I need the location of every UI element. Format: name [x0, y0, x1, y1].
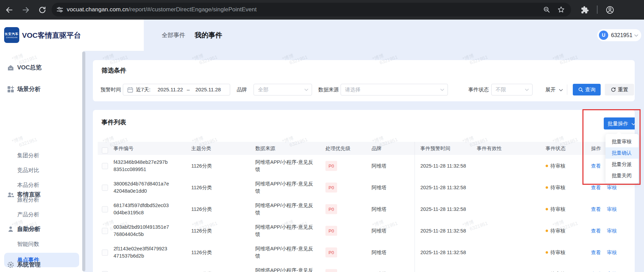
cell-topic: 1126分类	[191, 184, 212, 191]
tab-my-events[interactable]: 我的事件	[195, 20, 222, 51]
status-dot-icon	[546, 165, 548, 167]
table-header: 事件编号 主题分类 数据来源 处理优先级 品牌 事件预警时间 事件有效性 事件状…	[98, 142, 630, 155]
table-row: 2f1143e02ee3f5f479923471537b6d2b 1126分类 …	[98, 241, 630, 263]
row-checkbox[interactable]	[102, 184, 108, 191]
cell-warn-time: 2025-11-28 11:32:58	[420, 184, 466, 191]
status-badge: 待审核	[546, 205, 566, 213]
col-validity: 事件有效性	[477, 142, 502, 155]
review-link[interactable]: 审核	[607, 206, 617, 212]
changan-logo: 长安汽车 CHANGAN	[4, 27, 19, 43]
date-separator: –	[187, 84, 190, 95]
sidebar-item-voc-overview[interactable]: VOC总览	[0, 63, 84, 73]
reset-button[interactable]: 重置	[605, 84, 634, 95]
sidebar-item-own-product-analysis[interactable]: 本品分析	[17, 180, 39, 190]
select-all-checkbox[interactable]	[102, 147, 108, 154]
col-topic: 主题分类	[191, 142, 211, 155]
profile-icon[interactable]	[605, 5, 614, 14]
priority-badge: P0	[325, 204, 337, 214]
col-priority: 处理优先级	[325, 142, 351, 155]
cell-event-id: dca10e5f6898b65b402	[114, 270, 169, 272]
back-icon[interactable]	[5, 5, 14, 14]
browser-toolbar: vocuat.changan.com.cn/report/#/customerD…	[0, 0, 644, 20]
date-start[interactable]: 2025.11.22	[158, 84, 183, 95]
event-status-value: 不限	[496, 84, 506, 95]
chevron-down-icon	[634, 34, 638, 37]
cell-source: 阿维塔APP/小程序-意见反馈	[255, 267, 317, 272]
vertical-scrollbar[interactable]	[82, 52, 85, 271]
brand-label: 品牌	[237, 84, 247, 95]
site-controls-icon[interactable]	[56, 6, 64, 13]
cell-warn-time: 2025-11-28 11:32:58	[420, 227, 466, 234]
priority-badge: P0	[325, 161, 337, 171]
logo-text-en: CHANGAN	[6, 36, 18, 38]
url-text[interactable]: vocuat.changan.com.cn/report/#/customerD…	[67, 3, 257, 16]
filter-title: 筛选条件	[101, 66, 126, 75]
event-list-panel: 事件列表 批量操作 事件编号 主题分类 数据来源 处理优先级 品牌 事件预警时间…	[93, 110, 635, 272]
status-badge: 待审核	[546, 162, 566, 169]
priority-badge: P0	[325, 226, 337, 236]
extensions-icon[interactable]	[581, 6, 590, 15]
cell-source: 阿维塔APP/小程序-意见反馈	[255, 180, 317, 195]
tab-all-events[interactable]: 全部事件	[162, 20, 185, 51]
chevron-down-icon	[440, 89, 444, 91]
sidebar-item-customer-direct[interactable]: 客情直驱	[0, 190, 84, 200]
gear-icon	[7, 261, 15, 269]
brand-select[interactable]: 全部	[254, 84, 312, 95]
table-row: 681743f597dfdbd52ec030d4be3195c8 1126分类 …	[98, 198, 630, 220]
row-checkbox[interactable]	[102, 249, 108, 256]
filter-divider	[567, 84, 567, 95]
date-end[interactable]: 2025.11.28	[195, 84, 221, 95]
view-link[interactable]: 查看	[591, 228, 601, 233]
zoom-out-icon[interactable]	[543, 6, 550, 13]
row-checkbox[interactable]	[102, 206, 108, 212]
view-link[interactable]: 查看	[591, 206, 601, 212]
brand-area: 长安汽车 CHANGAN VOC客情直驱平台	[0, 20, 144, 51]
review-link[interactable]: 审核	[607, 184, 617, 190]
row-checkbox[interactable]	[102, 228, 108, 234]
cell-event-id: f432346b948eb27e297b8351cc089951	[114, 159, 169, 173]
home-icon	[7, 64, 15, 72]
warning-time-label: 预警时间	[100, 84, 121, 95]
cell-event-id: 681743f597dfdbd52ec030d4be3195c8	[114, 202, 169, 216]
sidebar-nav: VOC总览 场景分析 集团分析 竞品对比 本品分析 旅程分析 产品分析 服务分析…	[0, 51, 84, 272]
search-button[interactable]: 查询	[573, 84, 601, 95]
review-link[interactable]: 审核	[607, 249, 617, 255]
sidebar-item-competitor-compare[interactable]: 竞品对比	[17, 166, 39, 175]
reload-icon[interactable]	[38, 5, 47, 14]
col-warn-time: 事件预警时间	[420, 142, 450, 155]
view-link[interactable]: 查看	[591, 184, 601, 190]
sidebar-item-scene-analysis[interactable]: 场景分析	[0, 84, 84, 94]
sidebar-item-self-analysis[interactable]: 自助分析	[0, 224, 84, 234]
status-dot-icon	[546, 208, 548, 210]
forward-icon[interactable]	[21, 5, 30, 14]
view-link[interactable]: 查看	[591, 249, 601, 255]
sidebar-item-system-management[interactable]: 系统管理	[0, 260, 84, 270]
logo-text-cn: 长安汽车	[5, 32, 19, 36]
sidebar-item-smart-qa[interactable]: 智能问数	[17, 239, 39, 249]
cell-topic: 1126分类	[191, 205, 212, 213]
url-domain: vocuat.changan.com.cn	[67, 6, 129, 13]
event-status-select[interactable]: 不限	[491, 84, 533, 95]
address-bar[interactable]: vocuat.changan.com.cn/report/#/customerD…	[52, 3, 571, 16]
table-row: 003abf2bd910f491351e776804404c5b 1126分类 …	[98, 220, 630, 242]
user-menu[interactable]: U 6321951	[597, 29, 641, 41]
date-range-input[interactable]: 近7天: 2025.11.22 – 2025.11.28	[123, 84, 230, 95]
sidebar-item-group-analysis[interactable]: 集团分析	[17, 151, 39, 160]
chevron-down-icon	[525, 89, 529, 91]
cell-warn-time: 2025-11-28 11:32:58	[420, 162, 466, 169]
platform-title: VOC客情直驱平台	[22, 20, 81, 51]
bookmark-star-icon[interactable]	[557, 6, 565, 13]
app-window: vocuat.changan.com.cn/report/#/customerD…	[0, 0, 644, 272]
sidebar-item-product-analysis[interactable]: 产品分析	[17, 210, 39, 219]
data-source-select[interactable]: 请选择	[341, 84, 448, 95]
cell-topic: 1126分类	[191, 162, 212, 169]
date-preset: 近7天:	[136, 84, 151, 95]
status-badge: 待审核	[546, 184, 566, 191]
cell-brand: 阿维塔	[372, 227, 387, 234]
expand-toggle[interactable]: 展开	[545, 84, 563, 95]
row-checkbox[interactable]	[102, 163, 108, 169]
review-link[interactable]: 审核	[607, 228, 617, 233]
filter-panel: 筛选条件 预警时间 近7天: 2025.11.22 – 2025.11.28 品…	[93, 60, 635, 101]
cell-topic: 1126分类	[191, 270, 212, 272]
cell-brand: 阿维塔	[372, 184, 387, 191]
